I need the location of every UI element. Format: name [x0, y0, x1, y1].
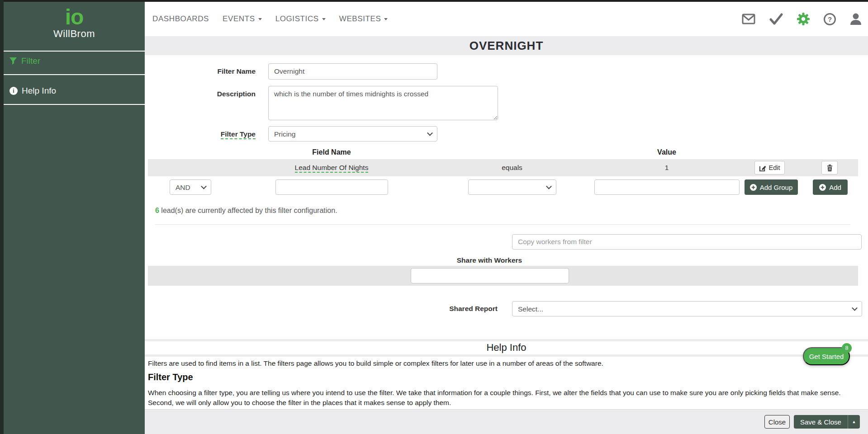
value-header: Value — [594, 148, 739, 156]
filter-type-help-text: When choosing a filter type, you are tel… — [148, 388, 856, 408]
add-label: Add — [829, 184, 841, 191]
sidebar: io WillBrom Filter i Help Info — [4, 2, 145, 434]
leads-count: 6 — [155, 207, 159, 214]
chevron-down-icon — [258, 18, 262, 20]
sidebar-item-filter[interactable]: Filter — [4, 56, 145, 66]
help-info-heading: Help Info — [145, 342, 868, 354]
condition-field[interactable]: Lead Number Of Nights — [259, 159, 404, 176]
save-options-toggle[interactable]: ▲ — [848, 415, 860, 429]
save-and-close-split-button: Save & Close ▲ — [794, 415, 860, 429]
edit-pencil-icon — [759, 165, 766, 171]
nav-label: LOGISTICS — [275, 14, 319, 24]
nav-item-dashboards[interactable]: DASHBOARDS — [152, 14, 209, 24]
filter-name-input[interactable] — [268, 63, 437, 80]
filter-name-label: Filter Name — [172, 67, 256, 75]
description-textarea[interactable]: which is the number of times midnights i… — [268, 86, 498, 120]
window-left-edge — [0, 0, 4, 434]
sidebar-item-label: Filter — [21, 56, 40, 66]
conjunction-select-wrap: AND — [170, 179, 211, 195]
sidebar-item-label: Help Info — [22, 86, 56, 96]
get-started-badge: 8 — [842, 343, 852, 353]
user-icon[interactable] — [850, 13, 862, 25]
conjunction-select[interactable]: AND — [170, 179, 211, 195]
divider — [155, 224, 850, 225]
nav-label: DASHBOARDS — [152, 14, 209, 24]
share-workers-input[interactable] — [411, 268, 569, 283]
section-divider — [145, 354, 868, 357]
trash-icon — [827, 165, 833, 171]
logo-block[interactable]: io WillBrom — [4, 2, 145, 40]
filter-type-select-wrap: Pricing — [268, 126, 437, 142]
leads-text: lead(s) are currently affected by this f… — [159, 207, 337, 214]
chevron-down-icon — [384, 18, 388, 20]
funnel-icon — [9, 57, 17, 65]
logo-icon: io — [4, 7, 145, 27]
nav-item-logistics[interactable]: LOGISTICS — [275, 14, 326, 24]
app-window: io WillBrom Filter i Help Info DASHBOARD… — [0, 0, 868, 434]
shared-report-label: Shared Report — [407, 305, 498, 313]
save-and-close-button[interactable]: Save & Close — [794, 415, 848, 429]
new-value-input[interactable] — [594, 179, 740, 195]
plus-circle-icon — [750, 184, 757, 191]
sidebar-divider — [4, 51, 145, 52]
sidebar-divider — [4, 104, 145, 105]
add-group-label: Add Group — [760, 184, 793, 191]
delete-condition-button[interactable] — [821, 161, 838, 175]
get-started-label: Get Started — [809, 353, 844, 360]
leads-affected-note: 6 lead(s) are currently affected by this… — [155, 207, 337, 215]
add-group-button[interactable]: Add Group — [745, 179, 798, 195]
get-started-button[interactable]: Get Started 8 — [803, 347, 850, 365]
field-name-header: Field Name — [259, 148, 404, 156]
page-title-banner: OVERNIGHT — [145, 36, 868, 55]
close-button[interactable]: Close — [764, 415, 790, 429]
bottom-action-bar — [145, 409, 868, 434]
condition-value: 1 — [621, 159, 712, 176]
edit-condition-button[interactable]: Edit — [754, 161, 785, 175]
shared-report-select[interactable]: Select... — [512, 301, 862, 316]
edit-label: Edit — [769, 164, 780, 171]
nav-item-events[interactable]: EVENTS — [223, 14, 262, 24]
add-button[interactable]: Add — [813, 179, 848, 195]
operator-select-wrap — [468, 179, 556, 195]
help-intro-text: Filters are used to find items in a list… — [148, 359, 826, 368]
page-title: OVERNIGHT — [470, 39, 544, 53]
chevron-down-icon — [322, 18, 326, 20]
operator-select[interactable] — [468, 179, 556, 195]
plus-circle-icon — [819, 184, 826, 191]
condition-operator: equals — [467, 159, 557, 176]
section-divider — [145, 339, 868, 341]
filter-type-select[interactable]: Pricing — [268, 126, 437, 142]
nav-label: EVENTS — [223, 14, 255, 24]
check-icon[interactable] — [769, 13, 783, 25]
condition-row: Lead Number Of Nights equals 1 Edit — [148, 159, 858, 176]
sidebar-divider — [4, 74, 145, 75]
sidebar-item-help-info[interactable]: i Help Info — [4, 86, 145, 96]
info-icon: i — [9, 87, 18, 95]
nav-icon-group: ? — [742, 2, 862, 36]
new-field-input[interactable] — [275, 179, 388, 195]
gear-icon[interactable] — [797, 13, 810, 25]
copy-workers-input[interactable] — [512, 234, 862, 250]
caret-up-icon: ▲ — [852, 420, 856, 424]
nav-item-websites[interactable]: WEBSITES — [339, 14, 388, 24]
nav-label: WEBSITES — [339, 14, 381, 24]
top-navbar: DASHBOARDS EVENTS LOGISTICS WEBSITES — [145, 2, 868, 36]
description-label: Description — [172, 90, 256, 98]
mail-icon[interactable] — [742, 14, 755, 24]
brand-name: WillBrom — [4, 28, 145, 40]
shared-report-select-wrap: Select... — [512, 301, 862, 316]
help-icon[interactable]: ? — [824, 13, 836, 25]
share-with-workers-label: Share with Workers — [422, 256, 557, 264]
filter-type-label: Filter Type — [172, 130, 256, 138]
filter-type-heading: Filter Type — [148, 372, 193, 382]
